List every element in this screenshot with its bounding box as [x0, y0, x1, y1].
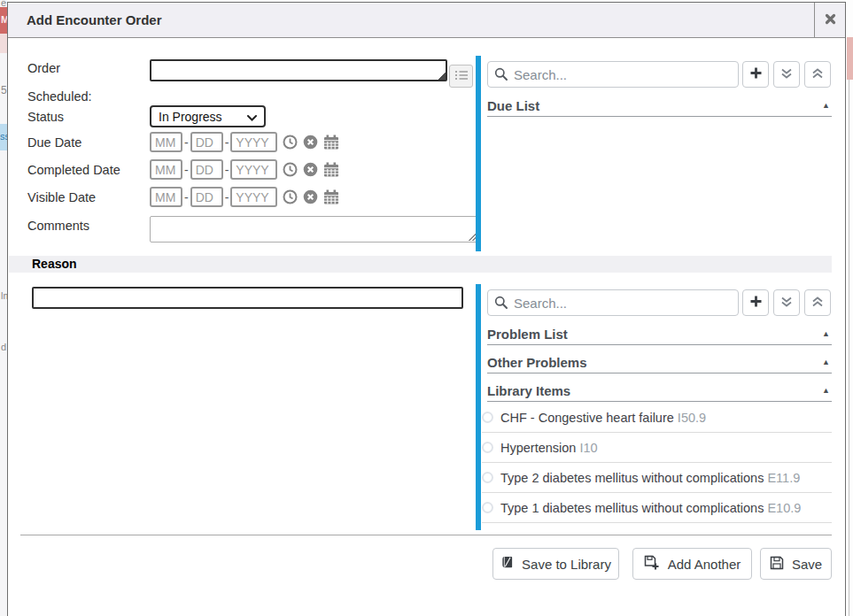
calendar-icon[interactable] — [323, 135, 339, 150]
library-item-name: Hypertension — [500, 441, 576, 455]
status-label: Status — [27, 110, 64, 124]
footer-divider — [20, 535, 832, 535]
calendar-icon[interactable] — [323, 189, 339, 204]
completed-date-day-input[interactable] — [190, 159, 223, 180]
library-item-name: CHF - Congestive heart failure — [500, 411, 674, 425]
scheduled-label: Scheduled: — [27, 89, 92, 104]
calendar-icon[interactable] — [323, 162, 339, 177]
due-list-search — [487, 61, 739, 88]
chevron-down-icon — [247, 110, 257, 124]
order-label: Order — [27, 61, 60, 75]
library-item-radio[interactable] — [482, 412, 493, 423]
due-list-section-label: Due List — [487, 98, 539, 113]
visible-date-month-input[interactable] — [150, 187, 182, 207]
completed-date-year-input[interactable] — [230, 159, 277, 180]
due-date-year-input[interactable] — [230, 132, 277, 152]
comments-textarea[interactable] — [150, 216, 479, 243]
status-selected-value: In Progress — [159, 110, 222, 124]
library-items-section-label: Library Items — [487, 383, 570, 398]
visible-date-day-input[interactable] — [190, 187, 223, 207]
clear-date-icon[interactable] — [303, 189, 318, 204]
chevron-double-up-icon — [811, 296, 824, 311]
date-separator: - — [184, 135, 189, 150]
visible-date-label: Visible Date — [27, 190, 96, 204]
floppy-disk-icon — [770, 556, 784, 573]
reason-input[interactable] — [32, 287, 463, 309]
due-list-panel-accent-bar — [476, 56, 481, 251]
completed-date-row: - - — [150, 159, 339, 180]
list-icon — [454, 69, 469, 84]
background-text-fragment: 5 — [1, 84, 7, 96]
add-another-button[interactable]: Add Another — [632, 548, 752, 580]
library-item-code: E11.9 — [767, 471, 800, 485]
dialog-header: Add Encounter Order — [8, 3, 845, 38]
library-item-radio[interactable] — [482, 442, 493, 453]
status-select[interactable]: In Progress — [150, 105, 266, 127]
save-button[interactable]: Save — [760, 548, 832, 580]
chevron-double-up-icon — [811, 67, 824, 82]
date-separator: - — [225, 163, 229, 177]
save-label: Save — [792, 557, 822, 572]
problem-list-section-label: Problem List — [487, 327, 568, 342]
reason-panel-accent-bar — [476, 284, 481, 530]
close-button[interactable] — [814, 3, 845, 38]
library-item-radio[interactable] — [482, 502, 493, 513]
background-divider-line — [849, 80, 849, 616]
order-lookup-button[interactable] — [449, 65, 473, 88]
comments-field-wrap — [150, 216, 479, 243]
dialog-title: Add Encounter Order — [8, 3, 814, 37]
collapse-triangle-icon: ▲ — [822, 101, 830, 110]
clear-date-icon[interactable] — [303, 162, 318, 177]
library-item-text: Type 2 diabetes mellitus without complic… — [500, 471, 800, 485]
other-problems-section-header[interactable]: Other Problems ▲ — [487, 351, 832, 373]
floppy-plus-icon — [644, 555, 660, 573]
visible-date-year-input[interactable] — [230, 187, 277, 207]
due-list-collapse-all-button[interactable] — [804, 61, 831, 88]
add-another-label: Add Another — [668, 557, 741, 572]
due-date-day-input[interactable] — [190, 132, 223, 152]
library-item-code: I10 — [579, 441, 597, 455]
library-item[interactable]: Type 1 diabetes mellitus without complic… — [482, 493, 832, 523]
reason-expand-all-button[interactable] — [773, 289, 800, 316]
library-item-text: CHF - Congestive heart failure I50.9 — [500, 411, 706, 425]
library-item-radio[interactable] — [482, 472, 493, 483]
date-separator: - — [225, 135, 229, 150]
other-problems-section-label: Other Problems — [487, 355, 587, 370]
library-items-section-header[interactable]: Library Items ▲ — [487, 380, 832, 402]
order-input[interactable] — [150, 59, 447, 81]
problem-list-section-header[interactable]: Problem List ▲ — [487, 323, 832, 345]
due-list-add-button[interactable] — [742, 61, 769, 88]
library-item[interactable]: Type 2 diabetes mellitus without complic… — [482, 463, 832, 493]
clock-icon[interactable] — [283, 162, 298, 177]
book-icon — [500, 556, 514, 572]
library-item-name: Type 1 diabetes mellitus without complic… — [500, 501, 764, 515]
due-list-expand-all-button[interactable] — [773, 61, 800, 88]
collapse-triangle-icon: ▲ — [822, 329, 830, 338]
due-date-label: Due Date — [27, 135, 81, 150]
completed-date-month-input[interactable] — [150, 159, 182, 180]
plus-icon — [749, 295, 763, 311]
reason-search-input[interactable] — [487, 289, 739, 316]
due-date-row: - - — [150, 132, 339, 152]
due-date-month-input[interactable] — [150, 132, 182, 152]
date-separator: - — [184, 163, 189, 177]
save-to-library-button[interactable]: Save to Library — [492, 548, 619, 580]
due-list-search-input[interactable] — [487, 61, 739, 88]
completed-date-label: Completed Date — [27, 163, 120, 177]
clock-icon[interactable] — [283, 189, 298, 204]
library-item[interactable]: CHF - Congestive heart failure I50.9 — [482, 403, 832, 433]
library-item-name: Type 2 diabetes mellitus without complic… — [500, 471, 764, 485]
collapse-triangle-icon: ▲ — [822, 358, 830, 366]
save-to-library-label: Save to Library — [522, 557, 611, 572]
date-separator: - — [184, 190, 189, 204]
due-list-section-header[interactable]: Due List ▲ — [487, 95, 832, 117]
clock-icon[interactable] — [283, 135, 298, 150]
reason-collapse-all-button[interactable] — [804, 289, 831, 316]
reason-add-button[interactable] — [742, 289, 769, 316]
library-item[interactable]: Hypertension I10 — [482, 433, 832, 463]
reason-search — [487, 289, 739, 316]
close-icon — [825, 13, 836, 27]
comments-label: Comments — [27, 219, 89, 233]
clear-date-icon[interactable] — [303, 135, 318, 150]
plus-icon — [749, 66, 763, 82]
